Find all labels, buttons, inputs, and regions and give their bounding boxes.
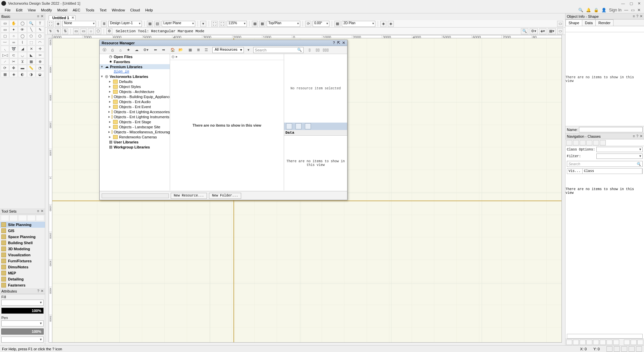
- menu-modify[interactable]: Modify: [38, 7, 54, 13]
- toolset-item-detailing[interactable]: Detailing: [0, 276, 45, 282]
- nav-mode-4-icon[interactable]: [586, 140, 592, 145]
- nav-filter-select[interactable]: [596, 153, 643, 159]
- rm-layout-2-icon[interactable]: ▯▯: [314, 47, 321, 53]
- rm-node-objects-ent-event[interactable]: ▸Objects - Ent Event: [100, 104, 170, 109]
- nav-foot-2-icon[interactable]: [573, 340, 579, 345]
- attributes-close-icon[interactable]: ✕: [41, 289, 44, 293]
- tool-wall-icon[interactable]: ▬: [18, 65, 26, 71]
- toolset-item-fasteners[interactable]: Fasteners: [0, 282, 45, 288]
- tool-polyline-icon[interactable]: ⌇: [18, 39, 26, 45]
- tool-polygon-icon[interactable]: ⬠: [27, 33, 36, 39]
- rm-star-icon[interactable]: ★: [125, 47, 132, 53]
- rm-node-objects-building-equip[interactable]: ▸Objects - Building Equip_Appliances: [100, 94, 170, 99]
- rm-cloud-icon[interactable]: ☁: [133, 47, 140, 53]
- rm-node-objects-ent-audio[interactable]: ▸Objects - Ent Audio: [100, 99, 170, 104]
- rotate-icon[interactable]: ⟳: [305, 21, 311, 27]
- status-icon-1[interactable]: [606, 346, 612, 352]
- tool-visibility-icon[interactable]: 👁: [18, 27, 26, 33]
- rm-node-objects-landscape[interactable]: ▸Objects - Landscape Site: [100, 124, 170, 129]
- view-cube-2-icon[interactable]: ▦: [259, 21, 265, 27]
- menu-file[interactable]: File: [2, 7, 13, 13]
- rm-breadcrumb[interactable]: ◎ ▸: [170, 54, 284, 60]
- mode-btn-1-icon[interactable]: ↯: [47, 28, 53, 34]
- tool-misc2-icon[interactable]: ◑: [27, 71, 36, 77]
- rm-view-thumb-icon[interactable]: ▦: [187, 47, 194, 53]
- mode-prefs-icon[interactable]: ⚙: [106, 28, 112, 34]
- resource-manager-window[interactable]: Resource Manager ? ⇱ ✕ Ⓥ ⎙ ⌂ ★ ☁ ⚙▾ ⬅ ➡ …: [99, 40, 347, 200]
- tool-connect-icon[interactable]: ⊻: [18, 58, 26, 64]
- tool-callout-icon[interactable]: ◢: [18, 46, 26, 52]
- rm-node-objects-ent-lighting-inst[interactable]: ▸Objects - Ent Lighting Instruments: [100, 114, 170, 119]
- menu-cloud[interactable]: Cloud: [127, 7, 143, 13]
- fit-page-icon[interactable]: ⛶: [47, 21, 54, 27]
- rm-close-icon[interactable]: ✕: [342, 41, 345, 45]
- menu-text[interactable]: Text: [97, 7, 109, 13]
- zoom-fit-icon[interactable]: ⛶: [211, 21, 218, 27]
- nav-search-input[interactable]: Search 🔍: [567, 161, 643, 167]
- tool-symbol-icon[interactable]: ◈: [9, 71, 18, 77]
- rm-home-icon[interactable]: 🏠: [169, 47, 176, 53]
- render-misc-2-icon[interactable]: ◈: [388, 21, 394, 27]
- toolset-item-site-planning[interactable]: Site Planning: [0, 222, 45, 228]
- tool-freehand-icon[interactable]: 〰: [1, 39, 9, 45]
- tool-selection-icon[interactable]: ▭: [1, 20, 9, 26]
- status-icon-3[interactable]: [621, 346, 627, 352]
- palette-menu-icon[interactable]: ≡: [37, 14, 39, 18]
- nav-mode-2-icon[interactable]: [573, 140, 579, 145]
- obj-info-help-icon[interactable]: ?: [636, 14, 638, 18]
- mode-btn-3-icon[interactable]: ⇅: [62, 28, 68, 34]
- toolset-item-3d-modeling[interactable]: 3D Modeling: [0, 246, 45, 252]
- rm-node-workgroup-libraries[interactable]: ▥Workgroup Libraries: [100, 144, 170, 149]
- fill-type-select[interactable]: [1, 300, 44, 306]
- rm-new-resource-button[interactable]: New Resource...: [171, 193, 207, 199]
- rm-forward-icon[interactable]: ➡: [160, 47, 167, 53]
- window-minimize-icon[interactable]: —: [621, 1, 625, 6]
- rm-view-detail-icon[interactable]: ☰: [203, 47, 210, 53]
- rm-layout-3-icon[interactable]: ▯▯▯: [322, 47, 329, 53]
- rm-node-objects-ent-lighting-acc[interactable]: ▸Objects - Ent Lighting Accessories: [100, 109, 170, 114]
- tool-pan-icon[interactable]: ✋: [9, 20, 18, 26]
- menu-view[interactable]: View: [25, 7, 39, 13]
- tab-render[interactable]: Render: [595, 19, 613, 26]
- object-info-class-combo[interactable]: [566, 26, 644, 32]
- tool-offset-icon[interactable]: ⊂: [9, 52, 18, 58]
- notification-icon[interactable]: 🔔: [586, 8, 591, 12]
- gear-dropdown-icon[interactable]: ⚙▾: [530, 28, 538, 34]
- saved-views-icon[interactable]: ▾: [200, 21, 206, 27]
- nav-menu-icon[interactable]: ≡: [633, 134, 635, 138]
- tool-rectangle-icon[interactable]: ▭: [1, 27, 9, 33]
- quick-prefs-dropdown-icon[interactable]: ▦▾: [548, 28, 556, 34]
- menu-model[interactable]: Model: [55, 7, 70, 13]
- window-maximize-icon[interactable]: ▢: [630, 1, 633, 6]
- tool-clip-icon[interactable]: ✂: [36, 52, 44, 58]
- rm-tree-scrollbar[interactable]: [102, 193, 169, 198]
- tool-regular-polygon-icon[interactable]: ⬡: [36, 33, 44, 39]
- tool-eyedropper-icon[interactable]: ✎: [36, 27, 44, 33]
- tool-mirror-icon[interactable]: ▷◁: [1, 52, 9, 58]
- class-options-select[interactable]: [596, 147, 643, 152]
- rm-gear-icon[interactable]: ⚙▾: [143, 47, 149, 53]
- rm-new-folder-button[interactable]: New Folder...: [209, 193, 241, 199]
- mode-quick-pref-icon[interactable]: ⬭: [557, 28, 563, 34]
- rm-node-vw-libraries[interactable]: ▾◎Vectorworks Libraries: [100, 74, 170, 79]
- rm-pin-icon[interactable]: ⇱: [337, 41, 340, 45]
- obj-info-menu-icon[interactable]: ≡: [633, 14, 635, 18]
- obj-info-close-icon[interactable]: ✕: [640, 14, 643, 18]
- rm-view-list-icon[interactable]: ≣: [195, 47, 202, 53]
- tool-rounded-rectangle-icon[interactable]: ▢: [1, 33, 9, 39]
- tool-split-icon[interactable]: ✂: [9, 58, 18, 64]
- rm-help-icon[interactable]: ?: [333, 41, 335, 45]
- tool-grid-icon[interactable]: ▦: [1, 71, 9, 77]
- tool-misc3-icon[interactable]: ◒: [36, 71, 44, 77]
- tool-double-line-icon[interactable]: ═: [9, 39, 18, 45]
- doc-minimize-icon[interactable]: —: [624, 8, 628, 12]
- tool-2d-reshape-icon[interactable]: ✦: [9, 27, 18, 33]
- snap-icon[interactable]: 🔍: [521, 28, 528, 34]
- nav-foot-7-icon[interactable]: [606, 340, 612, 345]
- rm-filter-dropdown-icon[interactable]: ▾: [245, 47, 252, 53]
- nav-foot-6-icon[interactable]: [600, 340, 606, 345]
- nav-foot-1-icon[interactable]: [566, 340, 572, 345]
- toolset-icon-2[interactable]: [9, 215, 18, 221]
- resource-manager-titlebar[interactable]: Resource Manager ? ⇱ ✕: [100, 40, 347, 46]
- toolset-item-dims-notes[interactable]: Dims/Notes: [0, 264, 45, 270]
